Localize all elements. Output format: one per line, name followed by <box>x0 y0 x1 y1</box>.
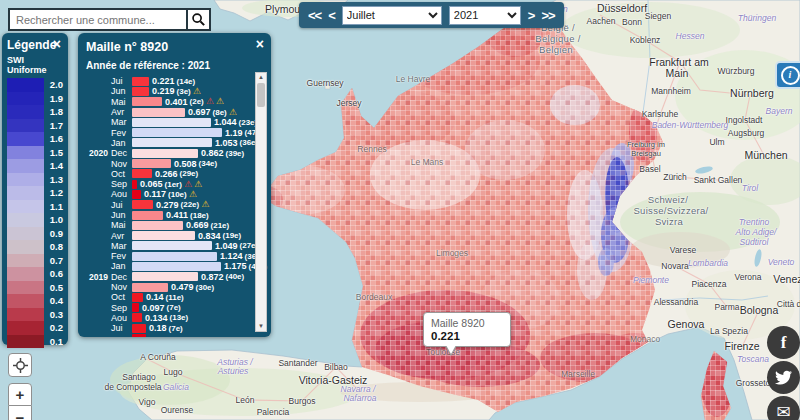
target-icon <box>13 358 28 373</box>
legend-stop: 0.3 <box>7 308 64 322</box>
swi-row: Jui0.221(14e) <box>83 76 265 86</box>
swi-row: Sep0.065(1er)⚠⚠ <box>83 179 265 189</box>
swi-row: Fev1.19(47e) <box>83 127 265 137</box>
maille-title: Maille n° 8920 <box>86 40 265 54</box>
tooltip-title: Maille 8920 <box>431 317 485 329</box>
warning-icon: ⚠ <box>201 200 209 209</box>
scrollbar-thumb[interactable] <box>257 83 265 107</box>
maille-close-icon[interactable]: × <box>256 37 264 51</box>
legend-stop: 1.1 <box>7 200 64 214</box>
zoom-control: + − <box>8 383 32 420</box>
tooltip-value: 0.221 <box>431 330 503 342</box>
drought-map-app: PlymouthGuernseyJerseyLe HavreRennesLe M… <box>0 0 800 420</box>
map-tooltip: Maille 8920 0.221 <box>423 312 511 347</box>
swi-row: Jun0.411(18e) <box>83 210 265 220</box>
scrollbar[interactable]: ▲ ▼ <box>255 72 267 332</box>
twitter-button[interactable] <box>767 361 800 394</box>
swi-row: Jun0.219(3e)⚠ <box>83 86 265 96</box>
info-button[interactable]: i <box>775 61 800 89</box>
legend-stop: 0.4 <box>7 294 64 308</box>
warning-icon: ⚠ <box>193 87 201 96</box>
warning-icon: ⚠ <box>184 180 192 189</box>
date-navigation: << < Juillet 2021 > >> <box>299 2 564 28</box>
swi-row: Mar1.049(27e) <box>83 241 265 251</box>
legend-scale: 2.01.91.81.71.61.51.41.31.21.11.00.90.80… <box>7 78 64 348</box>
swi-row: Nov0.479(30e) <box>83 282 265 292</box>
legend-stop: 0.9 <box>7 227 64 241</box>
envelope-icon: ✉ <box>776 402 790 420</box>
swi-row: Jan1.175(48e) <box>83 261 265 271</box>
swi-row: 2020Dec0.862(39e) <box>83 148 265 158</box>
commune-search <box>8 8 211 31</box>
facebook-icon: f <box>781 333 787 353</box>
facebook-button[interactable]: f <box>767 326 800 359</box>
magnifier-icon <box>191 12 206 27</box>
swi-row: Avr0.834(19e) <box>83 230 265 240</box>
warning-icon: ⚠ <box>229 108 237 117</box>
warning-icon: ⚠ <box>206 97 214 106</box>
swi-row: Jui0.279(22e)⚠ <box>83 200 265 210</box>
legend-stop: 0.2 <box>7 321 64 335</box>
maille-rows: Jui0.221(14e)Jun0.219(3e)⚠Mai0.401(2e)⚠⚠… <box>83 76 265 337</box>
swi-row: Mar1.044(23e) <box>83 117 265 127</box>
next-period-button[interactable]: > <box>528 8 535 23</box>
maille-subtitle: Année de référence : 2021 <box>86 60 265 71</box>
swi-row: Aou0.134(13e) <box>83 313 265 323</box>
legend-stop: 1.7 <box>7 119 64 133</box>
search-input[interactable] <box>10 10 186 29</box>
legend-stop: 0.5 <box>7 281 64 295</box>
legend-stop: 0.1 <box>7 335 64 349</box>
warning-icon: ⚠ <box>216 97 224 106</box>
year-select[interactable]: 2021 <box>449 6 521 25</box>
swi-row: 2019Dec0.872(40e) <box>83 272 265 282</box>
swi-row <box>83 333 265 337</box>
legend-subtitle: SWI Uniforme <box>7 55 64 75</box>
legend-stop: 1.5 <box>7 146 64 160</box>
maille-panel: × Maille n° 8920 Année de référence : 20… <box>78 33 271 337</box>
legend-stop: 0.7 <box>7 254 64 268</box>
month-select[interactable]: Juillet <box>342 6 442 25</box>
legend-stop: 1.0 <box>7 213 64 227</box>
legend-stop: 0.6 <box>7 267 64 281</box>
swi-row: Aou0.117(10e)⚠ <box>83 189 265 199</box>
warning-icon: ⚠ <box>189 190 197 199</box>
swi-row: Jui0.18(7e) <box>83 323 265 333</box>
scroll-down-icon[interactable]: ▼ <box>258 322 264 331</box>
legend-stop: 1.3 <box>7 173 64 187</box>
scroll-up-icon[interactable]: ▲ <box>258 73 264 82</box>
swi-row: Fev1.124(36e) <box>83 251 265 261</box>
legend-stop: 1.8 <box>7 105 64 119</box>
legend-stop: 1.2 <box>7 186 64 200</box>
legend-stop: 0.8 <box>7 240 64 254</box>
twitter-bird-icon <box>775 369 792 386</box>
first-period-button[interactable]: << <box>308 8 321 23</box>
swi-row: Sep0.097(7e) <box>83 303 265 313</box>
warning-icon: ⚠ <box>194 180 202 189</box>
search-button[interactable] <box>186 10 209 29</box>
swi-row: Nov0.508(34e) <box>83 158 265 168</box>
previous-period-button[interactable]: < <box>328 8 335 23</box>
info-icon: i <box>781 66 800 85</box>
swi-row: Avr0.697(8e)⚠ <box>83 107 265 117</box>
swi-row: Mai0.669(21e) <box>83 220 265 230</box>
swi-row: Oct0.266(29e) <box>83 169 265 179</box>
legend-stop: 2.0 <box>7 78 64 92</box>
swi-row: Mai0.401(2e)⚠⚠ <box>83 97 265 107</box>
legend-stop: 1.6 <box>7 132 64 146</box>
zoom-out-button[interactable]: − <box>8 406 32 420</box>
legend-panel: × Légende SWI Uniforme 2.01.91.81.71.61.… <box>2 33 68 345</box>
last-period-button[interactable]: >> <box>541 8 554 23</box>
geolocate-button[interactable] <box>8 353 32 377</box>
swi-row: Jan1.053(36e) <box>83 138 265 148</box>
swi-row: Oct0.14(11e) <box>83 292 265 302</box>
legend-stop: 1.9 <box>7 92 64 106</box>
zoom-in-button[interactable]: + <box>8 383 32 406</box>
legend-stop: 1.4 <box>7 159 64 173</box>
legend-close-icon[interactable]: × <box>53 37 61 51</box>
